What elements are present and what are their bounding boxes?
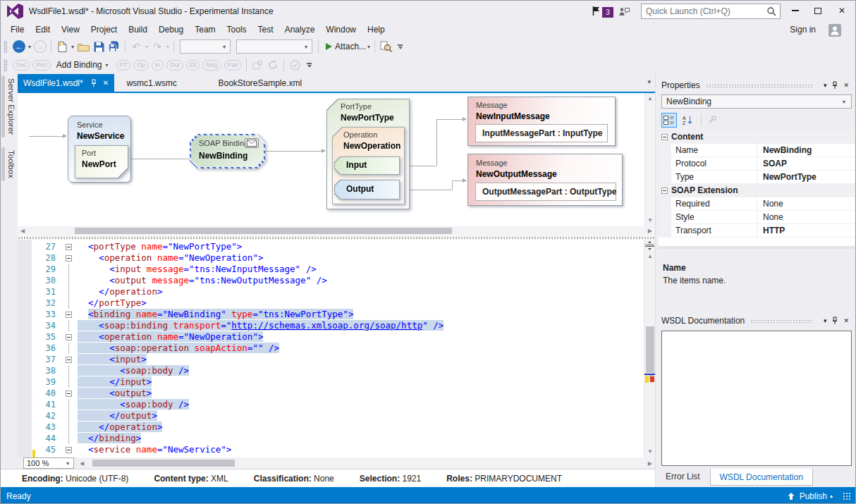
toolbar-grip[interactable] — [4, 41, 7, 53]
toolbar-overflow-button[interactable] — [307, 63, 312, 68]
xml-code-editor[interactable]: 27 <portType name="NewPortType">28 <oper… — [18, 240, 655, 457]
fold-collapse-icon[interactable] — [63, 309, 74, 320]
scrollbar-thumb[interactable] — [92, 460, 235, 467]
code-text[interactable]: <portType name="NewPortType"> — [74, 241, 242, 252]
fold-collapse-icon[interactable] — [63, 331, 74, 343]
add-input-button[interactable]: In — [152, 60, 164, 70]
fold-collapse-icon[interactable] — [63, 388, 74, 399]
code-text[interactable]: </operation> — [74, 422, 162, 433]
editor-vscrollbar[interactable]: ▲ ▼ — [644, 240, 655, 457]
scroll-left-icon[interactable]: ◀ — [80, 460, 84, 467]
line-number[interactable]: 34 — [32, 320, 63, 331]
menu-tools[interactable]: Tools — [221, 22, 252, 37]
sidebar-tab-toolbox[interactable]: Toolbox — [1, 146, 18, 183]
back-dropdown-caret-icon[interactable]: ▾ — [28, 44, 31, 50]
pin-icon[interactable] — [831, 316, 838, 325]
undo-button[interactable]: ↶ — [129, 39, 143, 54]
designer-hscrollbar[interactable]: ◀ ▶ — [18, 226, 655, 235]
code-text[interactable]: <soap:operation soapAction="" /> — [74, 343, 279, 354]
close-tab-icon[interactable]: ✕ — [103, 79, 109, 87]
output-message-node[interactable]: Message NewOutputMessage OutputMessagePa… — [467, 154, 623, 206]
tab-bookstoresample[interactable]: BookStoreSample.xml — [208, 74, 312, 92]
wsdl-designer-canvas[interactable]: Service NewService Port NewPort SOAP Bin… — [18, 93, 655, 226]
publish-button[interactable]: Publish ▴ — [787, 487, 851, 504]
wsdl-documentation-title-bar[interactable]: WSDL Documentation ▾ ✕ — [661, 314, 849, 328]
add-service-button[interactable]: Svc — [13, 60, 30, 70]
operation-input-node[interactable]: Input — [334, 156, 400, 175]
code-text[interactable]: <output message="tns:NewOutputMessage" /… — [74, 275, 327, 286]
input-message-node[interactable]: Message NewInputMessage InputMessagePart… — [467, 97, 616, 146]
editor-hscrollbar[interactable]: ◀ ▶ — [77, 457, 655, 469]
zoom-level-dropdown[interactable]: 100 % ▾ — [23, 457, 74, 469]
menu-window[interactable]: Window — [320, 22, 362, 37]
platform-dropdown[interactable]: ▾ — [236, 39, 312, 54]
title-bar[interactable]: WsdlFile1.wsdl* - Microsoft Visual Studi… — [1, 1, 856, 22]
alphabetical-sort-button[interactable]: AZ — [680, 113, 695, 128]
split-window-handle[interactable] — [645, 241, 654, 253]
operation-output-node[interactable]: Output — [334, 180, 400, 199]
add-part-button[interactable]: Part — [224, 60, 243, 70]
validate-icon[interactable] — [288, 57, 302, 73]
code-text[interactable]: <operation name="NewOperation"> — [74, 331, 263, 343]
line-number[interactable]: 45 — [32, 444, 63, 455]
output-message-part[interactable]: OutputMessagePart : OutputType — [475, 183, 616, 201]
line-number[interactable]: 32 — [32, 297, 63, 309]
menu-team[interactable]: Team — [189, 22, 221, 37]
configuration-dropdown[interactable]: ▾ — [180, 39, 231, 54]
property-row-style[interactable]: StyleNone — [659, 211, 855, 224]
add-output-button[interactable]: Out — [166, 60, 183, 70]
property-pages-button[interactable] — [704, 113, 720, 128]
menu-test[interactable]: Test — [252, 22, 279, 37]
property-row-type[interactable]: TypeNewPortType — [659, 171, 855, 184]
code-text[interactable]: </portType> — [74, 297, 147, 309]
property-row-protocol[interactable]: ProtocolSOAP — [659, 157, 855, 171]
toolbar-overflow-button[interactable] — [398, 44, 403, 49]
line-number[interactable]: 38 — [32, 365, 63, 376]
add-port-button[interactable]: Port — [32, 60, 51, 70]
scrollbar-thumb[interactable] — [75, 228, 452, 234]
line-number[interactable]: 36 — [32, 343, 63, 354]
new-file-dropdown-caret-icon[interactable]: ▾ — [71, 44, 74, 50]
code-text[interactable]: </output> — [74, 410, 157, 422]
line-number[interactable]: 33 — [32, 309, 63, 320]
wsdl-documentation-textarea[interactable] — [661, 331, 852, 466]
window-position-dropdown-icon[interactable]: ▾ — [824, 317, 827, 324]
open-file-button[interactable] — [76, 39, 90, 54]
line-number[interactable]: 37 — [32, 354, 63, 365]
designer-vscrollbar[interactable] — [644, 93, 655, 226]
code-text[interactable]: <output> — [74, 388, 152, 399]
pin-icon[interactable] — [90, 79, 97, 87]
code-text[interactable]: </operation> — [74, 286, 162, 297]
soap-binding-node[interactable]: SOAP Binding NewBinding — [190, 134, 265, 168]
fold-collapse-icon[interactable] — [63, 241, 74, 252]
tab-wsdl-documentation[interactable]: WSDL Documentation — [710, 469, 813, 486]
notifications-count-badge[interactable]: 3 — [602, 7, 613, 18]
code-text[interactable]: <input> — [74, 354, 147, 365]
menu-debug[interactable]: Debug — [153, 22, 189, 37]
line-number[interactable]: 35 — [32, 331, 63, 343]
collapse-icon[interactable] — [661, 134, 668, 140]
sign-in-link[interactable]: Sign in — [790, 22, 816, 37]
property-category-soap-extension[interactable]: SOAP Extension — [659, 184, 855, 197]
scroll-down-icon[interactable]: ▼ — [647, 217, 653, 224]
scroll-left-icon[interactable]: ◀ — [20, 228, 25, 235]
line-number[interactable]: 27 — [32, 241, 63, 252]
line-number[interactable]: 39 — [32, 376, 63, 388]
line-number[interactable]: 31 — [32, 286, 63, 297]
feedback-icon[interactable] — [618, 6, 630, 19]
code-text[interactable]: <soap:body /> — [74, 365, 189, 376]
code-text[interactable]: <service name="NewService"> — [74, 444, 231, 455]
code-text[interactable]: </input> — [74, 376, 152, 388]
add-binding-button[interactable]: Add Binding ▾ — [56, 57, 111, 73]
scroll-down-icon[interactable]: ▼ — [647, 448, 653, 455]
line-number[interactable]: 41 — [32, 399, 63, 410]
add-element-button[interactable]: Elt — [186, 60, 200, 70]
code-text[interactable]: <soap:body /> — [74, 399, 189, 410]
window-position-dropdown-icon[interactable]: ▾ — [824, 82, 827, 89]
toolbar-grip[interactable] — [4, 59, 7, 71]
port-node[interactable]: Port NewPort — [75, 145, 128, 178]
menu-build[interactable]: Build — [123, 22, 153, 37]
menu-help[interactable]: Help — [362, 22, 391, 37]
menu-analyze[interactable]: Analyze — [279, 22, 321, 37]
navigate-back-button[interactable]: ← — [12, 39, 26, 54]
